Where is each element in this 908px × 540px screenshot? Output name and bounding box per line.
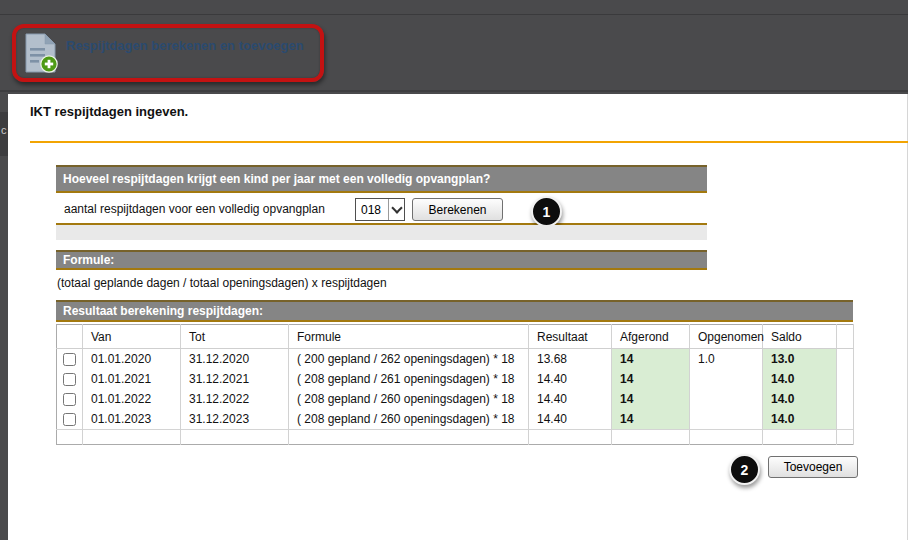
berekenen-button[interactable]: Berekenen [412,198,503,221]
table-row: 01.01.202331.12.2023( 208 gepland / 260 … [57,409,854,430]
document-add-icon [24,33,58,77]
row-select-cell [57,389,83,409]
cell-formule: ( 208 gepland / 260 openingsdagen) * 18 [289,389,529,409]
cell-van: 01.01.2020 [83,349,181,370]
col-header-opgenomen: Opgenomen [690,325,763,349]
footer-cell [57,430,83,445]
cell-tot: 31.12.2022 [181,389,289,409]
cell-afgerond: 14 [612,389,690,409]
results-table-body: 01.01.202031.12.2020( 200 gepland / 262 … [57,349,854,445]
respijtdagen-select-value: 018 [356,199,388,220]
sidebar-sliver: c [0,94,8,540]
cell-opgenomen [690,389,763,409]
cell-trailing [837,369,854,389]
col-header-trailing [837,325,854,349]
cell-tot: 31.12.2023 [181,409,289,430]
footer-cell [83,430,181,445]
col-header-van: Van [83,325,181,349]
cell-trailing [837,389,854,409]
footer-cell [690,430,763,445]
cell-tot: 31.12.2020 [181,349,289,370]
page-title: IKT respijtdagen ingeven. [30,104,188,119]
cell-formule: ( 208 gepland / 260 openingsdagen) * 18 [289,409,529,430]
cell-resultaat: 13.68 [529,349,612,370]
cell-formule: ( 208 gepland / 261 openingsdagen) * 18 [289,369,529,389]
footer-cell [181,430,289,445]
cell-resultaat: 14.40 [529,389,612,409]
step-badge-2: 2 [729,454,760,485]
col-header-afgerond: Afgerond [612,325,690,349]
col-header-formule: Formule [289,325,529,349]
row-select-cell [57,409,83,430]
respijtdagen-label: aantal respijtdagen voor een volledig op… [64,202,325,216]
respijtdagen-toolbar-button[interactable]: Respijtdagen berekenen en toevoegen [24,31,314,75]
title-separator [30,141,908,143]
row-select-cell [57,349,83,370]
footer-cell [763,430,837,445]
table-header-row: Van Tot Formule Resultaat Afgerond Opgen… [57,325,854,349]
cell-van: 01.01.2021 [83,369,181,389]
cell-van: 01.01.2023 [83,409,181,430]
footer-cell [529,430,612,445]
footer-cell [612,430,690,445]
cell-saldo: 14.0 [763,389,837,409]
toolbar-bottom-edge [0,90,908,92]
sidebar-clipped-text: c [1,124,7,136]
cell-formule: ( 200 gepland / 262 openingsdagen) * 18 [289,349,529,370]
table-footer-row [57,430,854,445]
results-section-header: Resultaat berekening respijtdagen: [56,300,853,322]
row-select-cell [57,369,83,389]
cell-afgerond: 14 [612,349,690,370]
col-header-saldo: Saldo [763,325,837,349]
cell-afgerond: 14 [612,369,690,389]
question-section-header: Hoeveel respijtdagen krijgt een kind per… [56,165,707,193]
cell-saldo: 13.0 [763,349,837,370]
table-row: 01.01.202131.12.2021( 208 gepland / 261 … [57,369,854,389]
formule-section-header: Formule: [56,250,707,270]
table-row: 01.01.202231.12.2022( 208 gepland / 260 … [57,389,854,409]
formula-text: (totaal geplande dagen / totaal openings… [57,276,387,290]
cell-saldo: 14.0 [763,409,837,430]
row-checkbox[interactable] [63,413,76,426]
cell-trailing [837,409,854,430]
footer-cell [837,430,854,445]
row-checkbox[interactable] [63,353,76,366]
top-toolbar: Respijtdagen berekenen en toevoegen [0,0,908,94]
cell-saldo: 14.0 [763,369,837,389]
cell-opgenomen: 1.0 [690,349,763,370]
table-row: 01.01.202031.12.2020( 200 gepland / 262 … [57,349,854,370]
application-window: Respijtdagen berekenen en toevoegen c IK… [0,0,908,540]
footer-cell [289,430,529,445]
select-column-header [57,325,83,349]
chevron-down-icon [388,199,404,220]
step-badge-1: 1 [531,196,562,227]
cell-resultaat: 14.40 [529,369,612,389]
cell-van: 01.01.2022 [83,389,181,409]
cell-opgenomen [690,409,763,430]
cell-afgerond: 14 [612,409,690,430]
cell-trailing [837,349,854,370]
row-checkbox[interactable] [63,373,76,386]
col-header-tot: Tot [181,325,289,349]
question-row: aantal respijtdagen voor een volledig op… [56,193,707,225]
cell-opgenomen [690,369,763,389]
toolbar-button-label: Respijtdagen berekenen en toevoegen [66,38,304,53]
section-spacer-strip [56,225,707,240]
row-checkbox[interactable] [63,393,76,406]
cell-resultaat: 14.40 [529,409,612,430]
toolbar-divider [0,14,908,15]
cell-tot: 31.12.2021 [181,369,289,389]
col-header-resultaat: Resultaat [529,325,612,349]
results-table: Van Tot Formule Resultaat Afgerond Opgen… [56,324,854,445]
respijtdagen-select[interactable]: 018 [355,198,405,221]
toevoegen-button[interactable]: Toevoegen [768,456,858,478]
